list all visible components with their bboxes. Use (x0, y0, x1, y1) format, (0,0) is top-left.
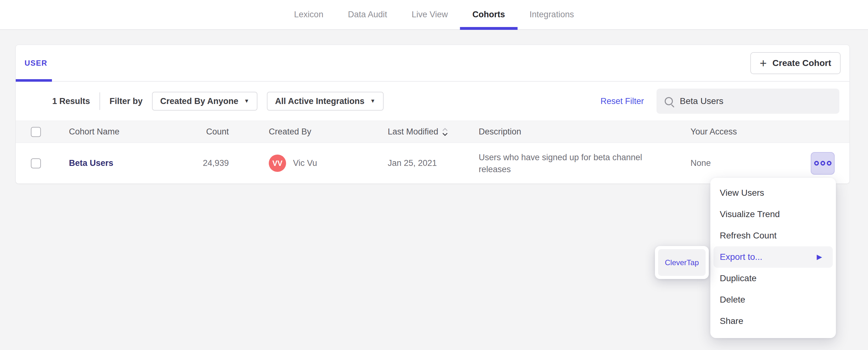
plus-icon: + (760, 57, 767, 69)
your-access-value: None (690, 159, 811, 168)
filter-by-label: Filter by (110, 97, 143, 106)
cohort-description: Users who have signed up for beta channe… (479, 151, 690, 175)
row-actions-button[interactable] (811, 152, 835, 175)
more-options-icon (827, 161, 832, 166)
create-cohort-button[interactable]: + Create Cohort (750, 52, 841, 74)
cohorts-panel: USER + Create Cohort 1 Results Filter by… (16, 45, 850, 184)
search-box[interactable] (656, 89, 839, 114)
nav-tab-lexicon[interactable]: Lexicon (294, 0, 323, 29)
menu-item-duplicate[interactable]: Duplicate (710, 268, 836, 289)
integrations-filter-dropdown[interactable]: All Active Integrations ▼ (267, 92, 384, 111)
nav-tab-cohorts[interactable]: Cohorts (472, 0, 505, 29)
submenu-arrow-icon: ▶ (817, 253, 822, 261)
submenu-item-clevertap[interactable]: CleverTap (658, 249, 706, 276)
avatar: VV (269, 154, 286, 172)
more-options-icon (820, 161, 825, 166)
create-cohort-label: Create Cohort (772, 58, 831, 68)
nav-tab-data-audit[interactable]: Data Audit (348, 0, 387, 29)
panel-tabs-row: USER + Create Cohort (16, 45, 849, 82)
column-header-description: Description (479, 127, 690, 137)
column-header-last-modified[interactable]: Last Modified (388, 127, 479, 137)
tab-user[interactable]: USER (25, 59, 48, 68)
column-header-your-access: Your Access (690, 127, 811, 137)
chevron-down-icon: ▼ (370, 98, 375, 104)
menu-item-refresh-count[interactable]: Refresh Count (710, 225, 836, 246)
menu-item-delete[interactable]: Delete (710, 289, 836, 310)
created-by-name: Vic Vu (293, 159, 317, 168)
nav-tab-live-view[interactable]: Live View (412, 0, 448, 29)
select-all-checkbox[interactable] (31, 127, 41, 137)
more-options-icon (814, 161, 819, 166)
table-header-row: Cohort Name Count Created By Last Modifi… (16, 120, 849, 143)
cohort-name-link[interactable]: Beta Users (69, 159, 113, 168)
table-row: Beta Users 24,939 VV Vic Vu Jan 25, 2021… (16, 143, 849, 183)
toolbar-divider (99, 92, 100, 110)
integrations-filter-value: All Active Integrations (275, 97, 365, 106)
menu-item-view-users[interactable]: View Users (710, 182, 836, 204)
search-input[interactable] (679, 96, 831, 106)
row-context-menu: View Users Visualize Trend Refresh Count… (710, 178, 836, 338)
cohort-count: 24,939 (176, 159, 269, 168)
menu-item-visualize-trend[interactable]: Visualize Trend (710, 204, 836, 225)
menu-item-share[interactable]: Share (710, 310, 836, 332)
last-modified-value: Jan 25, 2021 (388, 159, 479, 168)
chevron-down-icon: ▼ (244, 98, 249, 104)
export-to-label: Export to... (720, 252, 762, 262)
results-count: 1 Results (52, 97, 90, 106)
column-header-created-by: Created By (269, 127, 388, 137)
menu-item-export-to[interactable]: Export to... ▶ (713, 246, 833, 268)
last-modified-label: Last Modified (388, 127, 438, 137)
column-header-count: Count (176, 127, 269, 137)
top-navigation: Lexicon Data Audit Live View Cohorts Int… (0, 0, 868, 30)
sort-icon (441, 127, 448, 137)
nav-tab-integrations[interactable]: Integrations (530, 0, 574, 29)
created-by-filter-dropdown[interactable]: Created By Anyone ▼ (152, 92, 257, 111)
row-checkbox[interactable] (31, 159, 41, 168)
export-submenu: CleverTap (655, 246, 709, 279)
column-header-cohort-name: Cohort Name (69, 127, 176, 137)
reset-filter-link[interactable]: Reset Filter (600, 97, 644, 106)
filter-toolbar: 1 Results Filter by Created By Anyone ▼ … (16, 82, 849, 120)
created-by-filter-value: Created By Anyone (160, 97, 238, 106)
search-icon (665, 97, 673, 105)
